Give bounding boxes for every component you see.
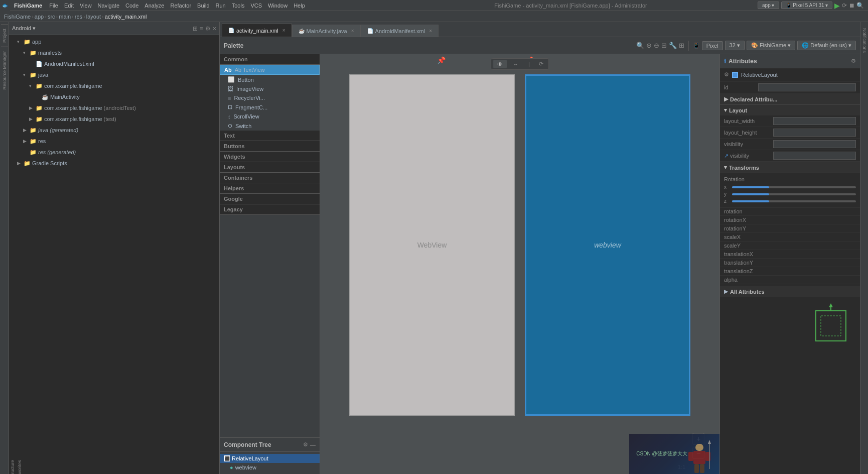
resource-vtab[interactable]: Resource Manager <box>1 47 8 94</box>
tab-activity-main[interactable]: 📄 activity_main.xml × <box>222 24 292 37</box>
tree-item-mainactivity[interactable]: ☕ MainActivity <box>9 91 219 102</box>
run-config-btn[interactable]: app ▾ <box>758 2 779 9</box>
palette-category-buttons[interactable]: Buttons <box>220 141 320 152</box>
breadcrumb-fishigame[interactable]: FishiGame <box>4 14 31 20</box>
attr-settings-2[interactable]: ⚙ <box>724 71 729 78</box>
declared-attrs-title[interactable]: ▶ Declared Attribu... <box>720 94 860 104</box>
notifications-vtab[interactable]: Notifications <box>861 24 868 57</box>
menu-file[interactable]: File <box>46 2 61 10</box>
tree-item-gradle[interactable]: ▶ 📁 Gradle Scripts <box>9 158 219 169</box>
project-collapse-icon[interactable]: ≡ <box>200 25 203 32</box>
tab-androidmanifest[interactable]: 📄 AndroidManifest.xml × <box>361 25 439 37</box>
menu-edit[interactable]: Edit <box>61 2 77 10</box>
palette-toggle-icon[interactable]: ⊞ <box>661 42 667 49</box>
palette-grid-icon[interactable]: ⊞ <box>679 42 684 49</box>
breadcrumb-main[interactable]: main <box>59 14 71 20</box>
breadcrumb-app[interactable]: app <box>35 14 44 20</box>
menu-vcs[interactable]: VCS <box>247 2 265 10</box>
both-mode-btn[interactable]: | <box>524 60 534 68</box>
palette-category-layouts[interactable]: Layouts <box>220 162 320 173</box>
palette-filter-icon[interactable]: 🔧 <box>669 42 677 49</box>
tree-item-package-main[interactable]: ▾ 📁 com.example.fishigame <box>9 80 219 91</box>
breadcrumb-res[interactable]: res <box>75 14 82 20</box>
comp-tree-settings-icon[interactable]: ⚙ <box>303 441 308 448</box>
rotation-z-slider[interactable] <box>732 200 856 202</box>
tree-item-androidmanifest[interactable]: 📄 AndroidManifest.xml <box>9 58 219 69</box>
device-btn[interactable]: 📱 Pixel 5 API 31 ▾ <box>781 2 833 9</box>
breadcrumb-file[interactable]: activity_main.xml <box>105 14 147 20</box>
palette-minus-icon[interactable]: ⊖ <box>654 42 659 49</box>
blueprint-mode-btn[interactable]: ↔ <box>509 60 522 68</box>
attr-settings-icon[interactable]: ⚙ <box>851 58 856 64</box>
breadcrumb-src[interactable]: src <box>48 14 55 20</box>
design-mode-btn[interactable]: 👁 <box>493 60 507 68</box>
menu-build[interactable]: Build <box>194 2 212 10</box>
menu-refactor[interactable]: Refactor <box>167 2 194 10</box>
attr-id-input[interactable] <box>758 83 856 91</box>
transforms-section-title[interactable]: ▾ Transforms <box>720 162 860 173</box>
palette-category-widgets[interactable]: Widgets <box>220 152 320 162</box>
close-tab-3[interactable]: × <box>429 28 432 34</box>
layout-section-title[interactable]: ▾ Layout <box>720 105 860 115</box>
palette-item-scrollview[interactable]: ↕ ScrollView <box>220 112 320 121</box>
comp-item-webview[interactable]: ● webview <box>220 463 320 472</box>
run-btn[interactable]: ▶ <box>834 2 840 10</box>
tree-item-java[interactable]: ▾ 📁 java <box>9 69 219 80</box>
device-dropdown[interactable]: Pixel <box>702 41 723 50</box>
visibility-input[interactable] <box>773 140 856 148</box>
palette-category-text[interactable]: Text <box>220 131 320 141</box>
tree-item-java-generated[interactable]: ▶ 📁 java (generated) <box>9 125 219 136</box>
palette-category-helpers[interactable]: Helpers <box>220 183 320 194</box>
palette-category-google[interactable]: Google <box>220 194 320 204</box>
favorites-vtab[interactable]: Favorites <box>16 459 23 475</box>
menu-view[interactable]: View <box>77 2 95 10</box>
tree-item-manifests[interactable]: ▾ 📁 manifests <box>9 47 219 58</box>
menu-code[interactable]: Code <box>122 2 141 10</box>
layout-width-input[interactable] <box>773 117 856 125</box>
theme-dropdown[interactable]: 🎨 FishiGame ▾ <box>747 41 795 50</box>
menu-analyze[interactable]: Analyze <box>141 2 167 10</box>
structure-vtab[interactable]: Structure <box>9 459 16 474</box>
palette-category-legacy[interactable]: Legacy <box>220 204 320 215</box>
visibility2-input[interactable] <box>773 152 856 160</box>
palette-category-common[interactable]: Common <box>220 54 320 65</box>
palette-item-switch[interactable]: ⊙ Switch <box>220 121 320 131</box>
palette-item-textview[interactable]: Ab Ab TextView <box>220 65 320 75</box>
close-tab-2[interactable]: × <box>351 28 354 34</box>
tab-mainactivity[interactable]: ☕ MainActivity.java × <box>292 25 361 37</box>
project-sync-icon[interactable]: ⊞ <box>193 25 198 32</box>
api-dropdown[interactable]: 32 ▾ <box>725 41 745 50</box>
tree-item-res-generated[interactable]: 📁 res (generated) <box>9 147 219 158</box>
tree-item-res[interactable]: ▶ 📁 res <box>9 136 219 147</box>
breadcrumb-layout[interactable]: layout <box>86 14 101 20</box>
all-attributes-section[interactable]: ▶ All Attributes <box>720 286 860 297</box>
palette-item-imageview[interactable]: 🖼 ImageView <box>220 84 320 93</box>
project-panel-header: Android ▾ ⊞ ≡ ⚙ × <box>9 22 219 35</box>
search-palette-icon[interactable]: 🔍 <box>636 42 644 49</box>
tree-item-app[interactable]: ▾ 📁 app <box>9 36 219 47</box>
rotation-y-slider[interactable] <box>732 193 856 195</box>
tree-item-package-test[interactable]: ▶ 📁 com.example.fishigame (test) <box>9 113 219 125</box>
project-close-icon[interactable]: × <box>213 25 216 32</box>
tree-item-package-androidtest[interactable]: ▶ 📁 com.example.fishigame (androidTest) <box>9 102 219 113</box>
layout-height-input[interactable] <box>773 129 856 137</box>
android-dropdown[interactable]: Android ▾ <box>12 25 36 32</box>
comp-item-relativelayout[interactable]: ⬛ RelativeLayout <box>220 454 320 463</box>
palette-item-button[interactable]: ⬜ Button <box>220 75 320 84</box>
palette-item-recyclerview[interactable]: ≡ RecyclerVi... <box>220 93 320 102</box>
palette-category-containers[interactable]: Containers <box>220 173 320 183</box>
palette-add-icon[interactable]: ⊕ <box>646 42 652 49</box>
rotation-x-slider[interactable] <box>732 186 856 188</box>
menu-tools[interactable]: Tools <box>229 2 248 10</box>
menu-window[interactable]: Window <box>265 2 291 10</box>
project-vtab[interactable]: Project <box>1 24 8 47</box>
menu-help[interactable]: Help <box>291 2 308 10</box>
locale-dropdown[interactable]: 🌐 Default (en-us) ▾ <box>797 41 856 50</box>
palette-item-fragment[interactable]: ⊡ FragmentC... <box>220 102 320 112</box>
refresh-btn[interactable]: ⟳ <box>536 60 546 68</box>
menu-run[interactable]: Run <box>213 2 229 10</box>
menu-navigate[interactable]: Navigate <box>95 2 122 10</box>
project-settings-icon[interactable]: ⚙ <box>205 25 211 32</box>
close-tab-1[interactable]: × <box>282 28 285 33</box>
comp-tree-collapse-icon[interactable]: — <box>310 442 316 448</box>
